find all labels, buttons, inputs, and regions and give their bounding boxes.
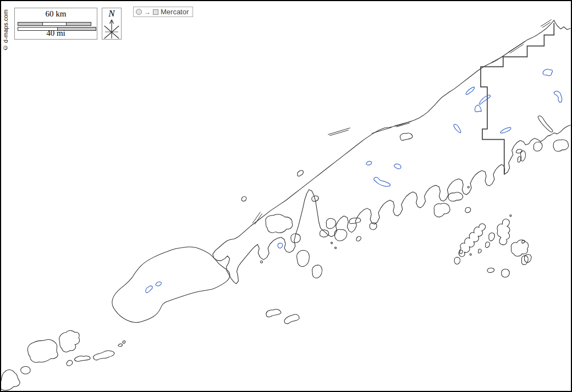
- island-outline: [468, 186, 469, 188]
- island-outline: [465, 207, 471, 213]
- island-outline: [21, 367, 30, 374]
- spit-line: [372, 128, 392, 134]
- island-outline: [489, 233, 495, 241]
- island-outline: [118, 344, 123, 346]
- island-outline: [123, 341, 125, 344]
- island-outline: [478, 249, 481, 253]
- map-page: © d-maps.com 60 km 40 mi N → Mercator: [0, 0, 572, 392]
- island-outline: [335, 247, 337, 249]
- arrow-right-icon: →: [144, 9, 151, 15]
- island-outline: [1, 370, 20, 390]
- north-label: N: [102, 9, 121, 19]
- island-outline: [497, 219, 510, 245]
- island-outline: [522, 240, 525, 243]
- island-outline: [74, 356, 90, 362]
- lake-outline: [454, 124, 461, 132]
- lake-outline: [374, 177, 391, 186]
- island-outline: [538, 116, 553, 132]
- north-arrow-box: N: [102, 8, 122, 40]
- island-outline: [260, 261, 262, 263]
- island-outline: [241, 197, 246, 201]
- lakes-group: [146, 69, 562, 293]
- spit-line: [509, 42, 525, 53]
- scale-km-label: 60 km: [15, 9, 97, 19]
- island-outline: [434, 203, 450, 217]
- island-outline: [266, 310, 281, 317]
- outline-map: [1, 1, 571, 391]
- island-outline: [67, 360, 73, 366]
- unimak-island-outline: [112, 247, 230, 323]
- dmaps-watermark: © d-maps.com: [2, 5, 10, 51]
- island-outline: [94, 351, 114, 360]
- scale-segment: [67, 23, 91, 25]
- island-outline: [521, 256, 528, 264]
- islands-group: [1, 116, 568, 390]
- island-outline: [448, 192, 463, 201]
- lake-outline: [156, 282, 161, 286]
- island-outline: [516, 149, 522, 153]
- island-outline: [284, 314, 299, 324]
- coastal-spits-group: [252, 20, 551, 224]
- spit-line: [328, 128, 350, 136]
- island-outline: [356, 236, 361, 241]
- flat-square-icon: [153, 9, 158, 15]
- lake-outline: [466, 87, 475, 95]
- island-outline: [400, 133, 412, 140]
- island-outline: [28, 340, 58, 363]
- island-outline: [470, 253, 471, 255]
- island-outline: [266, 214, 293, 233]
- scale-segment: [18, 23, 42, 25]
- mainland-coastline: [213, 20, 570, 284]
- lake-outline: [146, 286, 152, 293]
- island-outline: [320, 230, 329, 237]
- lake-outline: [554, 91, 562, 102]
- island-outline: [534, 142, 542, 151]
- projection-label: Mercator: [161, 8, 189, 16]
- island-outline: [298, 170, 304, 176]
- lake-outline: [479, 95, 490, 104]
- island-outline: [312, 265, 322, 278]
- borough-boundary-line: [481, 23, 554, 174]
- lake-outline: [278, 243, 283, 248]
- island-outline: [349, 218, 361, 224]
- projection-control[interactable]: → Mercator: [133, 7, 193, 17]
- lake-outline: [501, 128, 511, 133]
- spit-line: [541, 20, 551, 27]
- globe-circle-icon: [136, 9, 142, 15]
- scale-segment: [42, 23, 67, 25]
- island-outline: [59, 330, 80, 352]
- island-outline: [454, 257, 460, 264]
- island-outline: [326, 218, 336, 228]
- spit-line: [492, 56, 503, 62]
- lake-outline: [543, 69, 552, 76]
- island-outline: [502, 269, 510, 278]
- scale-bar-km: [18, 22, 91, 26]
- lake-outline: [366, 161, 372, 165]
- island-outline: [553, 140, 568, 151]
- island-outline: [487, 268, 494, 272]
- island-outline: [511, 240, 528, 256]
- lake-outline: [475, 105, 481, 112]
- island-outline: [331, 242, 333, 244]
- island-outline: [460, 250, 463, 254]
- lake-outline: [394, 164, 401, 169]
- island-outline: [485, 242, 490, 247]
- north-arrow-icon: [102, 19, 121, 39]
- island-outline: [510, 215, 512, 217]
- scale-mi-label: 40 mi: [15, 29, 97, 38]
- island-outline: [297, 250, 310, 266]
- map-scale-box: 60 km 40 mi: [14, 8, 97, 40]
